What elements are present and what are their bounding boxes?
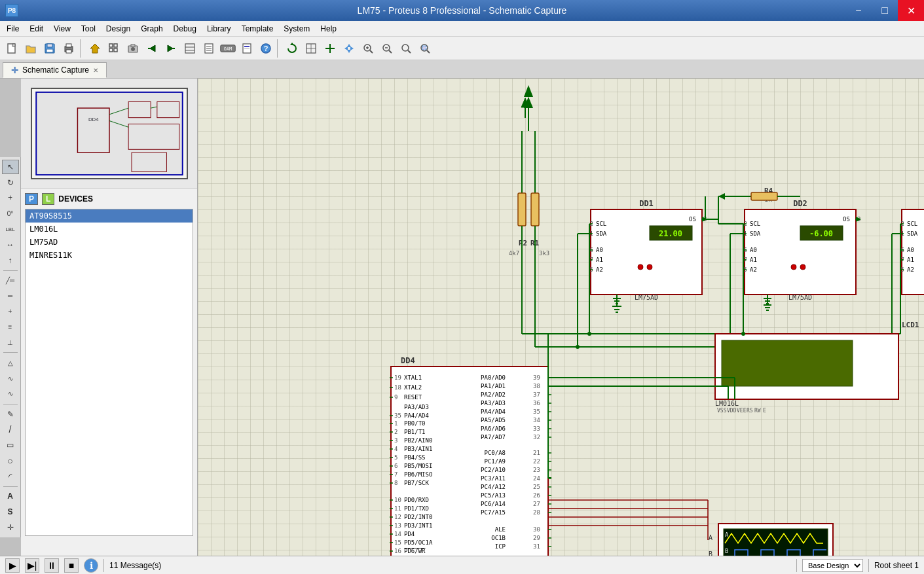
devices-label: DEVICES [58,194,93,204]
menu-template[interactable]: Template [236,22,279,36]
svg-text:1k: 1k [764,196,772,203]
menu-file[interactable]: File [1,22,24,36]
tool-text[interactable]: A [2,490,19,504]
svg-point-361 [587,332,591,336]
menu-design[interactable]: Design [101,22,136,36]
p-button[interactable]: P [25,193,38,205]
tool-gen[interactable]: ∿ [2,387,19,401]
svg-text:SDA: SDA [596,230,607,237]
svg-text:PC4/A12: PC4/A12 [481,484,506,490]
sheet-label: Root sheet 1 [874,561,919,570]
l-button[interactable]: L [42,193,54,205]
tb-camera[interactable] [124,39,142,58]
tool-power[interactable]: ⊥ [2,336,19,350]
play-button[interactable]: ▶ [5,558,20,573]
tb-move[interactable] [340,39,358,58]
tb-home[interactable] [86,39,104,58]
svg-text:PC6/A14: PC6/A14 [481,501,506,507]
tool-bus[interactable]: ═ [2,289,19,303]
svg-rect-198 [591,209,702,295]
step-play-button[interactable]: ▶| [25,558,39,573]
app-icon: P8 [5,4,18,17]
schematic-capture-tab[interactable]: ✛ Schematic Capture ✕ [3,62,107,78]
tool-rect[interactable]: ▭ [2,438,19,452]
maximize-button[interactable]: □ [872,0,898,21]
tb-new[interactable] [3,39,21,58]
tool-symbol[interactable]: S [2,505,19,519]
tb-back[interactable] [143,39,161,58]
tb-grid[interactable] [105,39,123,58]
tool-arc[interactable]: ◜ [2,469,19,484]
schematic-canvas[interactable]: AT90S8515 DD4 19 XTAL1 18 XTAL2 9 RESET … [198,79,924,556]
tool-probe[interactable]: △ [2,355,19,370]
menu-edit[interactable]: Edit [24,22,48,36]
close-button[interactable]: ✕ [898,0,924,21]
tool-label[interactable]: LBL [2,222,19,236]
tb-cross[interactable] [321,39,339,58]
menu-system[interactable]: System [278,22,315,36]
device-item-at90s8515[interactable]: AT90S8515 [26,209,193,223]
tb-refresh[interactable] [283,39,301,58]
tb-oam[interactable]: OAM [219,39,237,58]
tool-graph[interactable]: ∿ [2,371,19,386]
svg-text:PD1/TXD: PD1/TXD [404,505,429,512]
menu-help[interactable]: Help [315,22,342,36]
tool-component[interactable]: + [2,191,19,206]
menu-debug[interactable]: Debug [168,22,202,36]
menu-library[interactable]: Library [202,22,236,36]
tb-forward[interactable] [162,39,180,58]
svg-text:27: 27 [533,501,540,507]
pause-button[interactable]: ⏸ [45,558,59,573]
tool-pencil[interactable]: ✎ [2,407,19,422]
tb-document[interactable] [238,39,256,58]
component-panel: DD4 P [21,79,198,556]
tb-open[interactable] [22,39,40,58]
tool-line[interactable]: / [2,422,19,437]
tb-print[interactable] [60,39,78,58]
menu-graph[interactable]: Graph [136,22,168,36]
svg-text:XTAL2: XTAL2 [404,384,422,391]
tb-grid2[interactable] [302,39,320,58]
svg-text:PC2/A10: PC2/A10 [481,467,506,473]
svg-text:A2: A2 [907,266,914,273]
tool-move[interactable]: ↔ [2,238,19,252]
info-button[interactable]: ℹ [84,558,98,573]
tb-save[interactable] [41,39,59,58]
device-item-minres11k[interactable]: MINRES11K [26,249,193,262]
tb-zoom-in[interactable] [359,39,377,58]
tool-circle[interactable]: ○ [2,454,19,468]
svg-point-14 [131,47,135,51]
minimize-button[interactable]: − [845,0,872,21]
tool-netlabel[interactable]: ≡ [2,320,19,334]
design-selector[interactable]: Base Design [802,559,863,572]
svg-rect-77 [391,367,548,556]
device-item-lm75ad[interactable]: LM75AD [26,236,193,249]
device-item-lm016l[interactable]: LM016L [26,223,193,236]
tb-help[interactable]: ? [257,39,275,58]
menu-view[interactable]: View [48,22,76,36]
svg-text:RS: RS [747,408,753,414]
tool-wire[interactable]: ╱═ [2,273,19,287]
lt-sep4 [3,486,18,487]
svg-text:A1: A1 [907,257,914,263]
tool-rotate-cw[interactable]: ↻ [2,175,19,190]
tb-layers[interactable] [181,39,199,58]
window-controls[interactable]: − □ ✕ [845,0,924,21]
svg-text:7: 7 [901,257,904,263]
tab-close-button[interactable]: ✕ [93,67,98,74]
tool-junction[interactable]: + [2,304,19,319]
menu-tool[interactable]: Tool [76,22,101,36]
tb-zoom-area[interactable] [416,39,434,58]
tool-marker[interactable]: ✛ [2,520,19,535]
tb-zoom-fit[interactable] [397,39,415,58]
tb-zoom-out[interactable] [378,39,396,58]
svg-text:5: 5 [901,266,904,273]
tb-page[interactable] [200,39,218,58]
svg-text:PA4/AD4: PA4/AD4 [404,412,429,419]
svg-text:PB2/AIN0: PB2/AIN0 [404,437,432,444]
tool-select[interactable]: ↖ [2,160,19,174]
svg-text:PD0/RXD: PD0/RXD [404,497,429,503]
tool-rotate-ccw[interactable]: 0° [2,206,19,221]
tool-up[interactable]: ↑ [2,253,19,268]
stop-button[interactable]: ■ [64,558,79,573]
